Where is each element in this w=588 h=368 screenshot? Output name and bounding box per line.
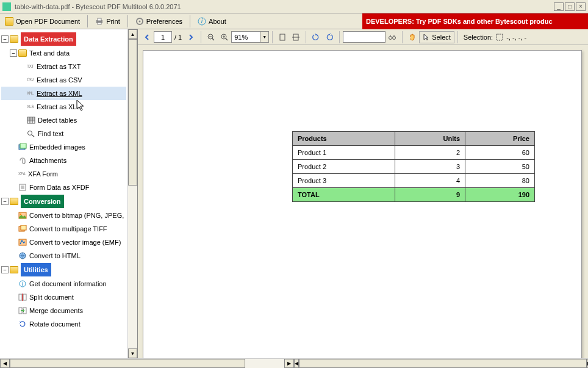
viewer-hscrollbar[interactable]: ◀ ▶: [294, 358, 588, 368]
scroll-down-icon[interactable]: ▼: [128, 348, 137, 358]
rotate-icon: [18, 320, 27, 328]
search-input[interactable]: [343, 31, 385, 43]
tree-item-extract-xml[interactable]: XML Extract as XML: [1, 87, 126, 100]
tree-item-convert-bitmap[interactable]: Convert to bitmap (PNG, JPEG,: [1, 209, 126, 222]
tree-section-data-extraction[interactable]: − Data Extraction: [1, 32, 126, 46]
page-viewport[interactable]: Products Units Price Product 1 2 60 Prod…: [138, 45, 588, 358]
rotate-cw-icon: [325, 33, 334, 41]
svg-point-12: [28, 131, 32, 135]
preferences-label: Preferences: [146, 18, 182, 25]
close-button[interactable]: ×: [576, 2, 586, 11]
svg-rect-24: [19, 239, 26, 245]
minimize-button[interactable]: _: [554, 2, 564, 11]
tree-label: Rotate document: [29, 318, 81, 330]
tree-label: Detect tables: [38, 114, 77, 126]
tree-label: Get document information: [29, 278, 107, 290]
tree-item-merge[interactable]: Merge documents: [1, 304, 126, 317]
hand-tool-button[interactable]: [406, 31, 419, 43]
svg-line-13: [32, 135, 34, 137]
tree-item-convert-html[interactable]: Convert to HTML: [1, 249, 126, 262]
tree-item-text-data[interactable]: − Text and data: [1, 46, 126, 60]
tree-item-extract-txt[interactable]: TXT Extract as TXT: [1, 60, 126, 73]
collapse-icon[interactable]: −: [1, 198, 9, 205]
zoom-value[interactable]: 91%: [231, 31, 260, 43]
bitmap-icon: [18, 212, 27, 219]
select-tool-button[interactable]: Select: [419, 31, 454, 43]
table-header: Units: [395, 132, 465, 146]
tree-item-detect-tables[interactable]: Detect tables: [1, 114, 126, 127]
tree-item-rotate[interactable]: Rotate document: [1, 317, 126, 331]
tree-item-convert-emf[interactable]: Convert to vector image (EMF): [1, 236, 126, 249]
tree-label: Text and data: [29, 47, 70, 59]
scroll-up-icon[interactable]: ▲: [128, 29, 137, 39]
selection-value: -, -, -, -: [504, 34, 529, 41]
print-button[interactable]: Print: [91, 16, 124, 27]
txt-icon: TXT: [27, 60, 37, 73]
scroll-left-icon[interactable]: ◀: [0, 359, 10, 368]
prev-page-button[interactable]: [140, 31, 154, 43]
tree-item-split[interactable]: Split document: [1, 290, 126, 304]
selection-label: Selection:: [461, 34, 495, 41]
scroll-track[interactable]: [245, 359, 284, 368]
info-icon: i: [18, 280, 27, 287]
images-icon: [18, 143, 27, 151]
sidebar-scrollbar[interactable]: ▲ ▼: [127, 29, 137, 358]
tree-item-attachments[interactable]: Attachments: [1, 154, 126, 167]
maximize-button[interactable]: □: [565, 2, 575, 11]
cell: 190: [465, 188, 535, 202]
tree-item-convert-tiff[interactable]: Convert to multipage TIFF: [1, 222, 126, 236]
fit-width-icon: [292, 33, 300, 41]
tree-item-xfa-form[interactable]: XFA XFA Form: [1, 167, 126, 181]
title-bar: table-with-data.pdf - Bytescout PDF Mult…: [0, 0, 588, 13]
tree-item-find-text[interactable]: Find text: [1, 127, 126, 140]
fit-page-button[interactable]: [276, 31, 289, 43]
tree-item-extract-xls[interactable]: XLS Extract as XLS: [1, 100, 126, 114]
zoom-in-button[interactable]: [218, 31, 231, 43]
svg-point-44: [393, 36, 396, 39]
search-button[interactable]: [385, 31, 399, 43]
separator: [339, 31, 340, 43]
tree-label: Convert to multipage TIFF: [29, 223, 107, 235]
next-page-button[interactable]: [184, 31, 198, 43]
chevron-down-icon[interactable]: ▼: [260, 31, 269, 43]
svg-point-4: [138, 20, 140, 22]
table-row: Product 1 2 60: [293, 146, 535, 160]
scroll-track[interactable]: [128, 186, 137, 348]
tree-item-form-data-xfdf[interactable]: Form Data as XFDF: [1, 181, 126, 194]
scroll-left-icon[interactable]: ◀: [294, 359, 299, 368]
tree-item-extract-csv[interactable]: CSV Extract as CSV: [1, 73, 126, 87]
tree-item-embedded-images[interactable]: Embedded images: [1, 140, 126, 154]
tree-label: Convert to vector image (EMF): [29, 236, 121, 248]
page-number-input[interactable]: [154, 31, 172, 43]
open-pdf-button[interactable]: Open PDF Document: [1, 16, 84, 27]
viewer-toolbar: / 1 91% ▼: [138, 29, 588, 45]
separator: [457, 31, 458, 43]
zoom-combo[interactable]: 91% ▼: [231, 31, 269, 43]
promo-banner[interactable]: DEVELOPERS: Try PDF SDKs and other Bytes…: [362, 13, 588, 29]
sidebar-hscrollbar[interactable]: ◀ ▶: [0, 358, 294, 368]
scroll-thumb[interactable]: [10, 359, 245, 368]
collapse-icon[interactable]: −: [1, 266, 9, 273]
rotate-cw-button[interactable]: [323, 31, 336, 43]
zoom-out-button[interactable]: [204, 31, 218, 43]
collapse-icon[interactable]: −: [10, 49, 17, 57]
section-label: Utilities: [21, 263, 51, 276]
about-button[interactable]: i About: [194, 16, 230, 27]
folder-icon: [18, 49, 27, 57]
scroll-right-icon[interactable]: ▶: [284, 359, 294, 368]
rotate-ccw-button[interactable]: [309, 31, 323, 43]
scroll-thumb[interactable]: [128, 39, 137, 186]
tree-item-get-info[interactable]: i Get document information: [1, 277, 126, 290]
separator: [127, 15, 128, 27]
merge-icon: [18, 307, 27, 314]
tree-label: Form Data as XFDF: [29, 181, 89, 193]
fit-width-button[interactable]: [289, 31, 303, 43]
svg-rect-7: [27, 117, 35, 123]
svg-rect-28: [19, 294, 22, 300]
separator: [201, 31, 201, 43]
tree-section-utilities[interactable]: − Utilities: [1, 262, 126, 277]
collapse-icon[interactable]: −: [1, 35, 9, 43]
preferences-button[interactable]: Preferences: [132, 16, 186, 27]
tree-section-conversion[interactable]: − Conversion: [1, 194, 126, 209]
scroll-thumb[interactable]: [299, 359, 587, 368]
